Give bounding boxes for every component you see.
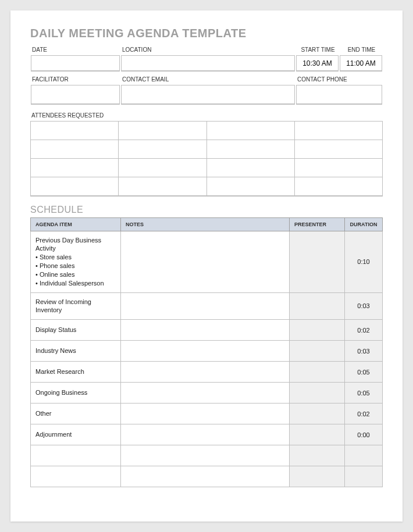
presenter-cell[interactable] <box>290 231 345 292</box>
value-end-time[interactable]: 11:00 AM <box>340 55 382 72</box>
attendee-cell[interactable] <box>119 122 206 140</box>
label-location: LOCATION <box>121 45 295 54</box>
label-date: DATE <box>31 45 120 54</box>
attendee-cell[interactable] <box>206 159 294 177</box>
presenter-cell[interactable] <box>290 404 345 424</box>
schedule-row: Adjournment0:00 <box>31 424 383 445</box>
attendees-row <box>31 122 383 140</box>
schedule-row: Industry News0:03 <box>31 341 383 362</box>
duration-cell[interactable]: 0:02 <box>345 320 383 341</box>
agenda-item-cell[interactable]: Display Status <box>31 320 121 341</box>
notes-cell[interactable] <box>121 320 290 341</box>
attendee-cell[interactable] <box>119 177 206 196</box>
schedule-table: AGENDA ITEM NOTES PRESENTER DURATION Pre… <box>30 217 383 488</box>
attendee-cell[interactable] <box>119 140 206 159</box>
notes-cell[interactable] <box>121 404 290 424</box>
schedule-row: Ongoing Business0:05 <box>31 383 383 404</box>
agenda-item-cell[interactable]: Other <box>31 404 121 424</box>
attendees-row <box>31 159 383 177</box>
document-page: DAILY MEETING AGENDA TEMPLATE DATE LOCAT… <box>10 10 403 522</box>
value-start-time[interactable]: 10:30 AM <box>296 55 339 72</box>
attendees-row <box>31 140 383 159</box>
duration-cell[interactable] <box>345 445 383 466</box>
duration-cell[interactable]: 0:10 <box>345 231 383 292</box>
agenda-item-cell[interactable]: Review of Incoming Inventory <box>31 292 121 320</box>
notes-cell[interactable] <box>121 445 290 466</box>
section-heading-schedule: SCHEDULE <box>30 205 383 215</box>
col-notes: NOTES <box>121 217 290 231</box>
notes-cell[interactable] <box>121 341 290 362</box>
presenter-cell[interactable] <box>290 341 345 362</box>
notes-cell[interactable] <box>121 231 290 292</box>
duration-cell[interactable] <box>345 466 383 487</box>
value-facilitator[interactable] <box>31 85 120 105</box>
col-presenter: PRESENTER <box>290 217 345 231</box>
label-start-time: START TIME <box>296 45 339 54</box>
agenda-item-cell[interactable]: Market Research <box>31 362 121 383</box>
attendees-grid <box>30 121 383 197</box>
presenter-cell[interactable] <box>290 424 345 445</box>
duration-cell[interactable]: 0:02 <box>345 404 383 424</box>
label-end-time: END TIME <box>340 45 382 54</box>
attendee-cell[interactable] <box>294 177 382 196</box>
duration-cell[interactable]: 0:03 <box>345 292 383 320</box>
attendee-cell[interactable] <box>31 122 119 140</box>
value-date[interactable] <box>31 55 120 72</box>
attendee-cell[interactable] <box>206 122 294 140</box>
col-agenda-item: AGENDA ITEM <box>31 217 121 231</box>
presenter-cell[interactable] <box>290 362 345 383</box>
notes-cell[interactable] <box>121 362 290 383</box>
notes-cell[interactable] <box>121 292 290 320</box>
duration-cell[interactable]: 0:03 <box>345 341 383 362</box>
schedule-row <box>31 445 383 466</box>
notes-cell[interactable] <box>121 466 290 487</box>
attendee-cell[interactable] <box>31 140 119 159</box>
duration-cell[interactable]: 0:05 <box>345 383 383 404</box>
agenda-item-cell[interactable]: Previous Day Business Activity • Store s… <box>31 231 121 292</box>
label-contact-email: CONTACT EMAIL <box>121 75 295 84</box>
attendee-cell[interactable] <box>31 159 119 177</box>
schedule-row: Previous Day Business Activity • Store s… <box>31 231 383 292</box>
schedule-row: Other0:02 <box>31 404 383 424</box>
meta-table-1: DATE LOCATION START TIME END TIME 10:30 … <box>30 45 383 72</box>
presenter-cell[interactable] <box>290 383 345 404</box>
attendees-row <box>31 177 383 196</box>
agenda-item-cell[interactable] <box>31 466 121 487</box>
attendee-cell[interactable] <box>119 159 206 177</box>
presenter-cell[interactable] <box>290 445 345 466</box>
notes-cell[interactable] <box>121 383 290 404</box>
agenda-item-cell[interactable]: Ongoing Business <box>31 383 121 404</box>
schedule-row: Review of Incoming Inventory0:03 <box>31 292 383 320</box>
value-contact-email[interactable] <box>121 85 295 105</box>
page-title: DAILY MEETING AGENDA TEMPLATE <box>30 27 383 40</box>
value-contact-phone[interactable] <box>296 85 382 105</box>
schedule-row <box>31 466 383 487</box>
attendee-cell[interactable] <box>206 177 294 196</box>
attendee-cell[interactable] <box>206 140 294 159</box>
agenda-item-cell[interactable]: Industry News <box>31 341 121 362</box>
presenter-cell[interactable] <box>290 292 345 320</box>
meta-table-2: FACILITATOR CONTACT EMAIL CONTACT PHONE <box>30 74 383 105</box>
agenda-item-cell[interactable]: Adjournment <box>31 424 121 445</box>
schedule-row: Display Status0:02 <box>31 320 383 341</box>
schedule-row: Market Research0:05 <box>31 362 383 383</box>
attendee-cell[interactable] <box>294 140 382 159</box>
col-duration: DURATION <box>345 217 383 231</box>
label-attendees: ATTENDEES REQUESTED <box>30 111 383 120</box>
value-location[interactable] <box>121 55 295 72</box>
notes-cell[interactable] <box>121 424 290 445</box>
attendee-cell[interactable] <box>294 122 382 140</box>
duration-cell[interactable]: 0:05 <box>345 362 383 383</box>
agenda-item-cell[interactable] <box>31 445 121 466</box>
duration-cell[interactable]: 0:00 <box>345 424 383 445</box>
presenter-cell[interactable] <box>290 320 345 341</box>
presenter-cell[interactable] <box>290 466 345 487</box>
label-facilitator: FACILITATOR <box>31 75 120 84</box>
label-contact-phone: CONTACT PHONE <box>296 75 382 84</box>
attendee-cell[interactable] <box>31 177 119 196</box>
attendee-cell[interactable] <box>294 159 382 177</box>
